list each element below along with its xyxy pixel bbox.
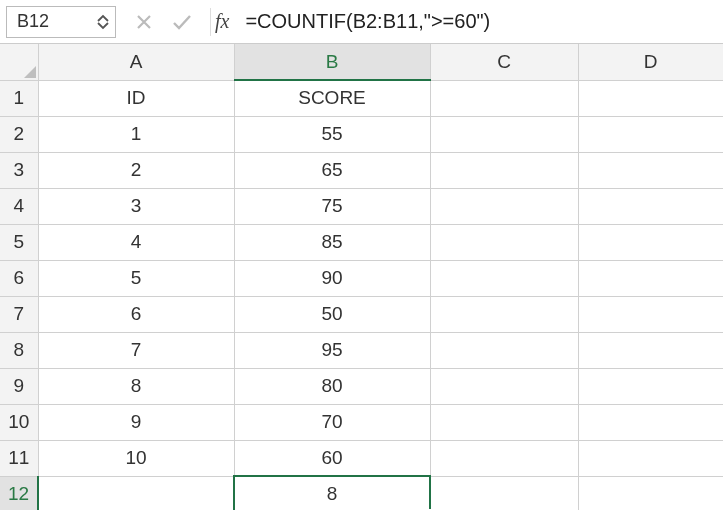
cancel-button[interactable] (132, 10, 156, 34)
row-header[interactable]: 10 (0, 404, 38, 440)
cell[interactable]: 3 (38, 188, 234, 224)
cell[interactable] (430, 224, 578, 260)
cell[interactable] (578, 224, 723, 260)
select-all-corner[interactable] (0, 44, 38, 80)
formula-bar: B12 fx (0, 0, 723, 44)
row-header[interactable]: 5 (0, 224, 38, 260)
col-header-A[interactable]: A (38, 44, 234, 80)
spreadsheet-grid: A B C D 1 ID SCORE 2 1 55 3 2 65 4 (0, 44, 723, 510)
cell[interactable]: 65 (234, 152, 430, 188)
table-row: 6 5 90 (0, 260, 723, 296)
cell[interactable] (578, 440, 723, 476)
cell[interactable] (578, 116, 723, 152)
row-header[interactable]: 6 (0, 260, 38, 296)
cell[interactable]: 55 (234, 116, 430, 152)
name-box[interactable]: B12 (6, 6, 116, 38)
table-row: 1 ID SCORE (0, 80, 723, 116)
table-row: 5 4 85 (0, 224, 723, 260)
name-box-value: B12 (17, 11, 97, 32)
cell[interactable]: 1 (38, 116, 234, 152)
col-header-C[interactable]: C (430, 44, 578, 80)
close-icon (135, 13, 153, 31)
cell[interactable]: ID (38, 80, 234, 116)
table-row: 8 7 95 (0, 332, 723, 368)
cell[interactable] (578, 296, 723, 332)
cell[interactable] (430, 80, 578, 116)
cell[interactable]: 85 (234, 224, 430, 260)
cell[interactable] (578, 260, 723, 296)
cell[interactable] (578, 80, 723, 116)
cell[interactable] (38, 476, 234, 510)
cell[interactable]: 2 (38, 152, 234, 188)
cell[interactable] (430, 188, 578, 224)
cell[interactable]: 80 (234, 368, 430, 404)
formula-input[interactable] (241, 6, 717, 38)
table-row: 11 10 60 (0, 440, 723, 476)
cell[interactable] (430, 260, 578, 296)
cell[interactable]: 5 (38, 260, 234, 296)
cell[interactable] (430, 152, 578, 188)
cell[interactable]: 7 (38, 332, 234, 368)
name-box-stepper[interactable] (97, 14, 109, 30)
triangle-icon (24, 66, 36, 78)
table-row: 10 9 70 (0, 404, 723, 440)
cell[interactable]: 95 (234, 332, 430, 368)
row-header[interactable]: 3 (0, 152, 38, 188)
cell[interactable] (430, 116, 578, 152)
cell[interactable]: 60 (234, 440, 430, 476)
cell[interactable]: 50 (234, 296, 430, 332)
check-icon (171, 13, 193, 31)
row-header[interactable]: 2 (0, 116, 38, 152)
col-header-B[interactable]: B (234, 44, 430, 80)
cell[interactable] (430, 404, 578, 440)
table-row: 4 3 75 (0, 188, 723, 224)
row-header[interactable]: 8 (0, 332, 38, 368)
cell[interactable]: 4 (38, 224, 234, 260)
cell[interactable] (430, 440, 578, 476)
cell[interactable] (578, 188, 723, 224)
enter-button[interactable] (170, 10, 194, 34)
cell[interactable]: 9 (38, 404, 234, 440)
cell[interactable] (578, 368, 723, 404)
cell[interactable]: 70 (234, 404, 430, 440)
cell[interactable] (430, 368, 578, 404)
table-row: 3 2 65 (0, 152, 723, 188)
selected-cell[interactable]: 8 (234, 476, 430, 510)
cell[interactable] (578, 332, 723, 368)
table-row: 9 8 80 (0, 368, 723, 404)
cell[interactable] (430, 332, 578, 368)
cell[interactable] (578, 476, 723, 510)
cell[interactable]: 6 (38, 296, 234, 332)
formula-bar-buttons (120, 10, 206, 34)
cell[interactable] (578, 152, 723, 188)
cell[interactable] (430, 476, 578, 510)
cell[interactable] (430, 296, 578, 332)
cell[interactable]: 75 (234, 188, 430, 224)
col-header-D[interactable]: D (578, 44, 723, 80)
chevron-up-icon (97, 14, 109, 22)
cell[interactable]: 8 (38, 368, 234, 404)
table-row: 2 1 55 (0, 116, 723, 152)
cell[interactable]: SCORE (234, 80, 430, 116)
row-header[interactable]: 12 (0, 476, 38, 510)
row-header[interactable]: 9 (0, 368, 38, 404)
chevron-down-icon (97, 22, 109, 30)
cell[interactable]: 10 (38, 440, 234, 476)
cell[interactable] (578, 404, 723, 440)
row-header[interactable]: 11 (0, 440, 38, 476)
row-header[interactable]: 7 (0, 296, 38, 332)
row-header[interactable]: 4 (0, 188, 38, 224)
table-row: 7 6 50 (0, 296, 723, 332)
fx-label[interactable]: fx (210, 8, 237, 36)
cell[interactable]: 90 (234, 260, 430, 296)
table-row: 12 8 (0, 476, 723, 510)
row-header[interactable]: 1 (0, 80, 38, 116)
